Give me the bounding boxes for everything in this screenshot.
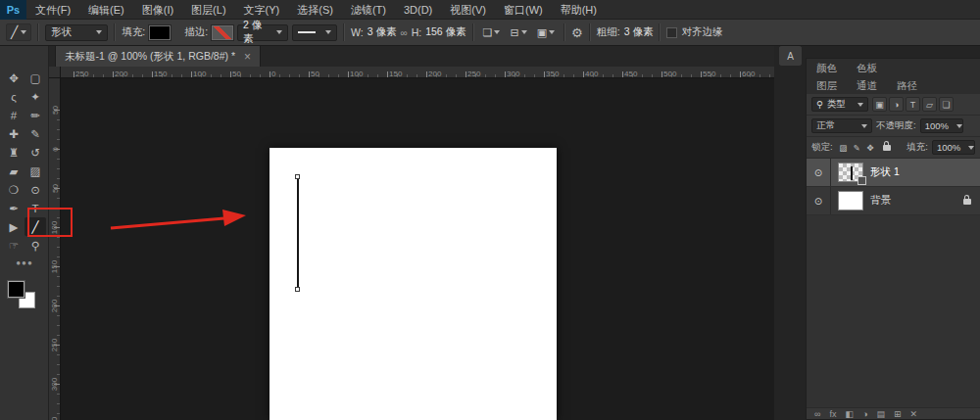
align-edges-checkbox[interactable] — [666, 27, 677, 38]
crop-tool[interactable]: # — [3, 106, 24, 124]
lasso-tool[interactable]: ς — [3, 87, 24, 106]
filter-adjustment-layers-icon[interactable]: ◑ — [889, 97, 904, 112]
ruler-label: 250 — [49, 325, 61, 364]
history-brush-tool[interactable]: ↺ — [24, 143, 46, 162]
visibility-toggle[interactable]: ⊙ — [807, 159, 831, 186]
filter-pixel-layers-icon[interactable]: ▣ — [872, 97, 887, 112]
layer-group-icon[interactable]: ▤ — [876, 408, 885, 419]
fill-opacity-dropdown[interactable]: 100% — [932, 140, 975, 155]
path-selection-tool[interactable]: ▶ — [3, 217, 24, 236]
stroke-color-swatch[interactable] — [212, 25, 233, 40]
search-icon: ⚲ — [816, 99, 823, 110]
height-field[interactable]: 156 像素 — [425, 25, 466, 39]
healing-brush-tool[interactable]: ✚ — [3, 124, 24, 143]
visibility-toggle[interactable]: ⊙ — [807, 187, 831, 214]
thumbnail-shape-preview — [851, 166, 853, 180]
dodge-tool[interactable]: ⊙ — [24, 180, 46, 199]
filter-shape-layers-icon[interactable]: ▱ — [922, 97, 937, 112]
lock-position-icon[interactable]: ✥ — [864, 141, 877, 154]
menubar-item[interactable]: 3D(D) — [395, 0, 441, 20]
layer-thumbnail[interactable] — [838, 191, 863, 210]
hand-tool[interactable]: ☞ — [3, 236, 24, 255]
gradient-tool[interactable]: ▨ — [24, 162, 46, 180]
panel-tab[interactable]: 色板 — [847, 59, 887, 76]
tool-mode-dropdown[interactable]: 形状 — [45, 24, 108, 41]
menubar-item[interactable]: 视图(V) — [441, 0, 495, 20]
stroke-width-field[interactable]: 2 像素 — [237, 24, 288, 41]
menubar-item[interactable]: 窗口(W) — [495, 0, 552, 20]
menubar-item[interactable]: 图像(I) — [133, 0, 182, 20]
blend-mode-dropdown[interactable]: 正常 — [811, 118, 872, 133]
chevron-down-icon — [861, 124, 867, 128]
link-layers-icon[interactable]: ∞ — [814, 408, 820, 419]
link-dimensions-icon[interactable]: ∞ — [400, 27, 407, 38]
layers-panel-empty-area — [807, 215, 980, 407]
adjustment-layer-icon[interactable]: ◑ — [862, 408, 867, 419]
ruler-label: 300 — [49, 364, 61, 403]
tool-preset-picker[interactable]: ╱ — [6, 23, 31, 41]
shape-layer-badge — [858, 176, 866, 185]
path-arrangement-button[interactable]: ▣ — [534, 25, 558, 40]
lock-image-pixels-icon[interactable]: ✎ — [851, 141, 863, 154]
foreground-color-swatch[interactable] — [8, 281, 24, 298]
arrange-icon: ▣ — [537, 26, 547, 39]
delete-layer-icon[interactable]: ✕ — [909, 408, 917, 419]
width-field[interactable]: 3 像素 — [368, 25, 397, 39]
layer-name[interactable]: 形状 1 — [870, 165, 900, 179]
photoshop-logo[interactable]: Ps — [0, 0, 26, 20]
document-canvas[interactable] — [270, 148, 557, 420]
layer-row-shape-1[interactable]: ⊙ 形状 1 — [807, 159, 980, 187]
brush-tool[interactable]: ✎ — [24, 124, 46, 143]
layer-row-background[interactable]: ⊙ 背景 — [807, 187, 980, 215]
menubar-item[interactable]: 选择(S) — [288, 0, 342, 20]
lock-transparent-pixels-icon[interactable]: ▨ — [837, 141, 850, 154]
drawn-line-shape[interactable] — [297, 177, 299, 290]
path-operations-button[interactable]: ❏ — [480, 25, 504, 40]
clone-stamp-tool[interactable]: ♜ — [3, 143, 24, 162]
menubar-item[interactable]: 文字(Y) — [235, 0, 289, 20]
menubar-item[interactable]: 滤镜(T) — [342, 0, 395, 20]
tool-icon: ▰ — [10, 164, 19, 178]
more-tools-icon[interactable]: ●●● — [3, 258, 46, 267]
stroke-style-dropdown[interactable] — [292, 24, 337, 41]
weight-field[interactable]: 3 像素 — [624, 25, 654, 39]
marquee-tool[interactable]: ▢ — [24, 69, 46, 87]
panel-tab[interactable]: 颜色 — [807, 59, 847, 76]
eyedropper-tool[interactable]: ✏ — [24, 106, 46, 124]
move-tool[interactable]: ✥ — [3, 69, 24, 87]
panel-tab[interactable]: 通道 — [847, 76, 887, 94]
tool-options-bar: ╱ 形状 填充: 描边: 2 像素 W: 3 像素 ∞ H: 156 像素 ❏ — [0, 20, 980, 46]
blur-tool[interactable]: ❍ — [3, 180, 24, 199]
menubar-item[interactable]: 文件(F) — [26, 0, 79, 20]
eraser-tool[interactable]: ▰ — [3, 162, 24, 180]
fill-color-swatch[interactable] — [149, 25, 171, 40]
quick-selection-tool[interactable]: ✦ — [24, 87, 46, 106]
layer-effects-icon[interactable]: fx — [829, 408, 836, 419]
pen-tool[interactable]: ✒ — [3, 199, 24, 217]
line-anchor-bottom[interactable] — [295, 287, 300, 292]
ruler-label: 150 — [389, 69, 428, 78]
layer-name[interactable]: 背景 — [870, 194, 891, 208]
menubar-item[interactable]: 图层(L) — [182, 0, 234, 20]
filter-type-layers-icon[interactable]: T — [906, 97, 920, 112]
zoom-tool[interactable]: ⚲ — [24, 236, 46, 255]
document-tab[interactable]: 未标题-1 @ 100% (形状 1, RGB/8#) * × — [55, 46, 261, 67]
layer-mask-icon[interactable]: ◧ — [845, 408, 854, 419]
tool-icon: ✥ — [9, 71, 19, 85]
opacity-dropdown[interactable]: 100% — [920, 118, 963, 133]
filter-smart-objects-icon[interactable]: ❏ — [939, 97, 954, 112]
gear-icon[interactable]: ⚙ — [571, 25, 583, 40]
close-icon[interactable]: × — [244, 51, 251, 63]
panel-tab[interactable]: 图层 — [807, 76, 847, 94]
menubar-item[interactable]: 编辑(E) — [79, 0, 133, 20]
lock-all-icon[interactable] — [881, 141, 894, 154]
layer-thumbnail[interactable] — [838, 163, 863, 182]
new-layer-icon[interactable]: ⊞ — [894, 408, 902, 419]
layer-filter-type-dropdown[interactable]: ⚲ 类型 — [811, 97, 868, 112]
dock-panel-button-2[interactable]: A — [779, 46, 802, 66]
eye-icon: ⊙ — [814, 167, 822, 178]
panel-tab[interactable]: 路径 — [887, 76, 927, 94]
menubar-item[interactable]: 帮助(H) — [552, 0, 606, 20]
path-alignment-button[interactable]: ⊟ — [507, 25, 529, 40]
line-anchor-top[interactable] — [295, 174, 300, 179]
